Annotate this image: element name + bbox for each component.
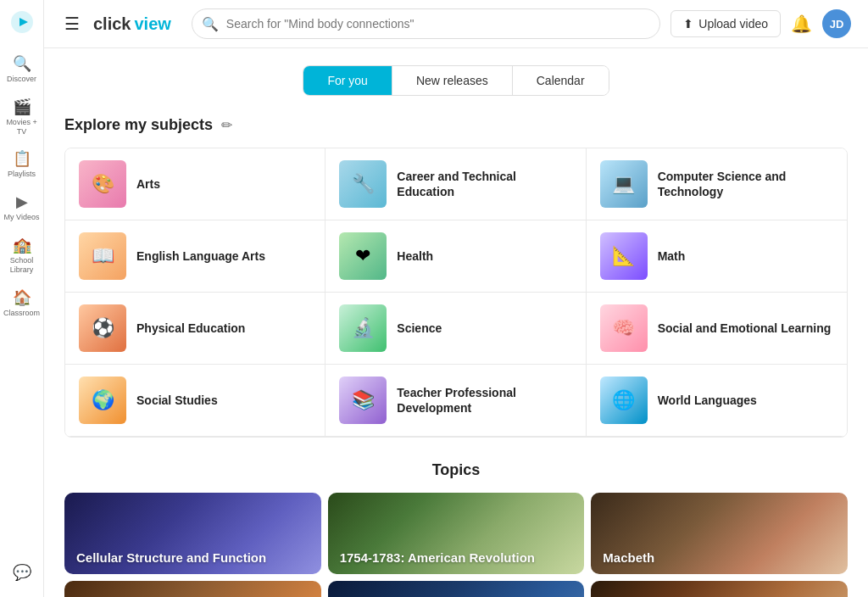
subject-card-english[interactable]: 📖 English Language Arts	[65, 220, 326, 293]
sidebar-item-discover[interactable]: 🔍 Discover	[0, 47, 43, 91]
subject-card-physical-education[interactable]: ⚽ Physical Education	[65, 293, 326, 365]
subject-card-career-technical[interactable]: 🔧 Career and Technical Education	[326, 148, 586, 220]
sidebar-label-school-library: School Library	[3, 256, 40, 275]
search-input[interactable]	[192, 8, 660, 39]
tab-new-releases[interactable]: New releases	[392, 66, 513, 95]
notifications-button[interactable]: 🔔	[791, 14, 812, 34]
help-icon: 💬	[13, 563, 31, 582]
sidebar-label-playlists: Playlists	[8, 170, 36, 179]
header-actions: ⬆ Upload video 🔔 JD	[670, 9, 851, 38]
sidebar-item-movies-tv[interactable]: 🎬 Movies + TV	[0, 91, 43, 143]
topic-bg-revolution: 1754-1783: American Revolution	[328, 493, 585, 574]
sidebar-item-my-videos[interactable]: ▶ My Videos	[0, 186, 43, 229]
search-icon: 🔍	[202, 16, 219, 32]
sidebar-item-playlists[interactable]: 📋 Playlists	[0, 142, 43, 186]
subject-thumb-career-technical: 🔧	[339, 160, 387, 208]
subject-card-world-languages[interactable]: 🌐 World Languages	[587, 365, 847, 437]
topic-label-cellular-structure: Cellular Structure and Function	[76, 550, 266, 566]
subject-label-computer-science: Computer Science and Technology	[658, 169, 833, 199]
logo-view: view	[134, 14, 170, 34]
subject-label-arts: Arts	[136, 176, 160, 192]
subject-icon-health: ❤	[339, 232, 387, 280]
subject-thumb-english: 📖	[79, 232, 126, 280]
tab-calendar[interactable]: Calendar	[513, 66, 609, 95]
subject-card-sel[interactable]: 🧠 Social and Emotional Learning	[587, 293, 847, 365]
subject-card-social-studies[interactable]: 🌍 Social Studies	[65, 365, 326, 437]
topic-card-black-history[interactable]: Black History	[591, 581, 848, 597]
subjects-title: Explore my subjects	[64, 116, 213, 134]
discover-icon: 🔍	[13, 54, 31, 73]
topic-bg-macbeth: Macbeth	[591, 493, 848, 574]
subject-thumb-arts: 🎨	[79, 160, 126, 208]
header: ☰ clickview 🔍 ⬆ Upload video 🔔 JD	[44, 0, 868, 48]
topic-label-revolution: 1754-1783: American Revolution	[340, 550, 535, 566]
sidebar-item-help[interactable]: 💬	[9, 556, 35, 590]
topic-card-revolution[interactable]: 1754-1783: American Revolution	[328, 493, 585, 574]
upload-label: Upload video	[698, 17, 768, 31]
subject-icon-teacher-professional: 📚	[339, 377, 387, 424]
subject-label-math: Math	[658, 248, 686, 264]
topic-card-cellular-structure[interactable]: Cellular Structure and Function	[64, 493, 321, 574]
subject-thumb-world-languages: 🌐	[600, 377, 648, 424]
main-content: ☰ clickview 🔍 ⬆ Upload video 🔔 JD For yo…	[44, 0, 868, 597]
subject-label-social-studies: Social Studies	[136, 393, 218, 408]
subject-label-world-languages: World Languages	[658, 393, 757, 408]
subject-thumb-social-studies: 🌍	[79, 377, 126, 424]
topic-card-macbeth[interactable]: Macbeth	[591, 493, 848, 574]
subject-icon-world-languages: 🌐	[600, 377, 648, 424]
logo: clickview	[93, 14, 171, 34]
topic-label-macbeth: Macbeth	[603, 550, 654, 566]
subject-label-sel: Social and Emotional Learning	[658, 321, 832, 336]
sidebar-label-movies-tv: Movies + TV	[3, 118, 40, 137]
subject-icon-english: 📖	[79, 232, 126, 280]
menu-icon: ☰	[64, 14, 80, 33]
topic-bg-personification: Personification	[64, 581, 321, 597]
subject-icon-math: 📐	[600, 232, 648, 280]
topics-grid: Cellular Structure and Function 1754-178…	[64, 493, 848, 597]
sidebar-logo	[7, 7, 37, 37]
subject-thumb-physical-education: ⚽	[79, 304, 126, 352]
subject-card-health[interactable]: ❤ Health	[326, 220, 586, 293]
subject-label-science: Science	[397, 321, 442, 336]
subject-thumb-computer-science: 💻	[600, 160, 648, 208]
subject-icon-career-technical: 🔧	[339, 160, 387, 208]
avatar[interactable]: JD	[822, 9, 851, 38]
subject-label-health: Health	[397, 248, 433, 264]
bell-icon: 🔔	[791, 14, 812, 33]
subject-icon-science: 🔬	[339, 304, 387, 352]
sidebar: 🔍 Discover 🎬 Movies + TV 📋 Playlists ▶ M…	[0, 0, 44, 597]
logo-click: click	[93, 14, 131, 34]
sidebar-label-discover: Discover	[7, 75, 36, 84]
tab-bar: For youNew releasesCalendar	[303, 65, 609, 96]
upload-icon: ⬆	[683, 17, 693, 31]
sidebar-item-classroom[interactable]: 🏠 Classroom	[0, 282, 43, 325]
topic-card-personification[interactable]: Personification	[64, 581, 321, 597]
topic-card-programming[interactable]: Programming and Coding	[328, 581, 585, 597]
topic-bg-cellular-structure: Cellular Structure and Function	[64, 493, 321, 574]
subjects-grid: 🎨 Arts 🔧 Career and Technical Education …	[64, 148, 848, 438]
edit-subjects-icon[interactable]: ✏	[221, 117, 232, 133]
subject-label-teacher-professional: Teacher Professional Development	[397, 385, 571, 416]
movies-tv-icon: 🎬	[13, 98, 31, 116]
sidebar-label-classroom: Classroom	[3, 309, 40, 318]
page-content: For youNew releasesCalendar Explore my s…	[44, 48, 868, 597]
tab-for-you[interactable]: For you	[303, 66, 392, 95]
sidebar-item-school-library[interactable]: 🏫 School Library	[0, 229, 43, 282]
school-library-icon: 🏫	[13, 236, 31, 254]
subject-card-science[interactable]: 🔬 Science	[326, 293, 586, 365]
subject-icon-arts: 🎨	[79, 160, 126, 208]
subject-card-computer-science[interactable]: 💻 Computer Science and Technology	[587, 148, 847, 220]
subject-thumb-math: 📐	[600, 232, 648, 280]
menu-button[interactable]: ☰	[61, 10, 83, 37]
subject-thumb-science: 🔬	[339, 304, 387, 352]
topic-bg-programming: Programming and Coding	[328, 581, 585, 597]
subject-card-teacher-professional[interactable]: 📚 Teacher Professional Development	[326, 365, 586, 437]
classroom-icon: 🏠	[13, 288, 31, 307]
subject-card-arts[interactable]: 🎨 Arts	[65, 148, 326, 220]
subject-card-math[interactable]: 📐 Math	[587, 220, 847, 293]
upload-button[interactable]: ⬆ Upload video	[670, 10, 781, 37]
topics-title: Topics	[64, 461, 848, 479]
sidebar-label-my-videos: My Videos	[4, 213, 40, 222]
subject-icon-physical-education: ⚽	[79, 304, 126, 352]
subject-thumb-teacher-professional: 📚	[339, 377, 387, 424]
